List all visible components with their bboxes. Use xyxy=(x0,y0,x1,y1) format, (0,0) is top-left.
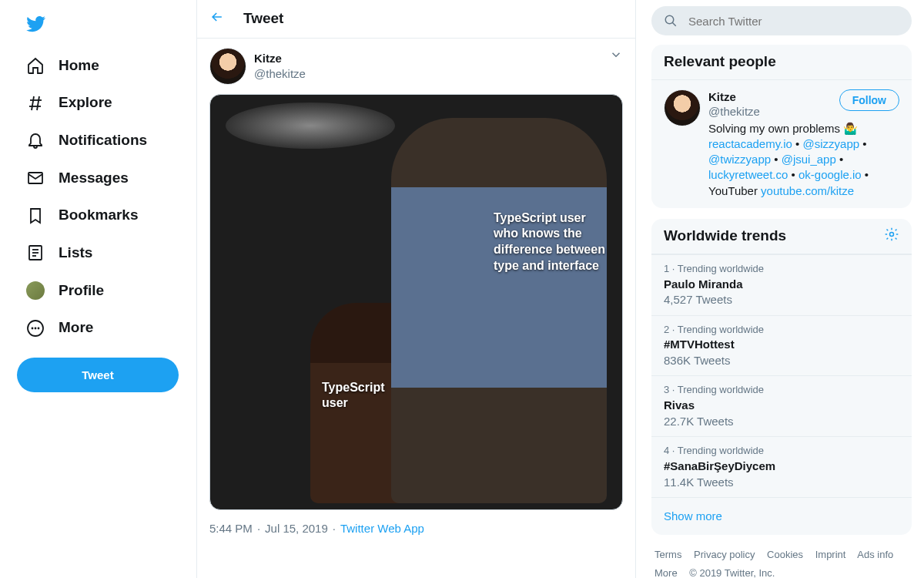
tweet-detail: Kitze @thekitze TypeScript user TypeScri… xyxy=(197,39,635,546)
trend-count: 836K Tweets xyxy=(664,353,899,368)
trend-item[interactable]: 2 · Trending worldwide#MTVHottest836K Tw… xyxy=(651,315,912,376)
bio-link[interactable]: reactacademy.io xyxy=(708,137,792,150)
footer-link[interactable]: Ads info xyxy=(857,549,893,560)
author-name[interactable]: Kitze xyxy=(254,51,306,66)
footer: Terms Privacy policy Cookies Imprint Ads… xyxy=(651,546,912,578)
bio-link[interactable]: ok-google.io xyxy=(798,168,862,181)
bio-link[interactable]: luckyretweet.co xyxy=(708,168,788,181)
tweet-caret-icon[interactable] xyxy=(609,48,623,66)
person-avatar[interactable] xyxy=(664,89,701,126)
author-handle[interactable]: @thekitze xyxy=(254,66,306,82)
bio-link[interactable]: youtube.com/kitze xyxy=(761,184,854,197)
bio-link[interactable]: @sizzyapp xyxy=(803,137,860,150)
nav-label: Notifications xyxy=(59,131,147,150)
svg-line-2 xyxy=(32,96,34,110)
nav-label: Home xyxy=(59,56,99,76)
person-name[interactable]: Kitze xyxy=(708,89,760,105)
trend-context: 2 · Trending worldwide xyxy=(664,324,899,337)
nav-lists[interactable]: Lists xyxy=(17,234,173,272)
person-handle[interactable]: @thekitze xyxy=(708,104,760,119)
back-arrow-icon[interactable] xyxy=(209,9,225,29)
footer-link[interactable]: Imprint xyxy=(815,549,846,560)
tweet-image[interactable]: TypeScript user TypeScript user who know… xyxy=(209,94,623,510)
nav-label: More xyxy=(59,318,93,338)
search-box[interactable] xyxy=(651,6,912,35)
compose-tweet-button[interactable]: Tweet xyxy=(17,358,179,392)
search-icon xyxy=(664,14,678,28)
trend-item[interactable]: 1 · Trending worldwidePaulo Miranda4,527… xyxy=(651,254,912,315)
trend-item[interactable]: 4 · Trending worldwide#SanaBirŞeyDiycem1… xyxy=(651,436,912,497)
show-more-link[interactable]: Show more xyxy=(651,497,912,535)
nav-explore[interactable]: Explore xyxy=(17,84,173,122)
person-bio: Solving my own problems 🤷‍♂️ reactacadem… xyxy=(708,121,899,199)
author-avatar[interactable] xyxy=(209,48,246,85)
twitter-logo-icon[interactable] xyxy=(17,6,173,47)
trend-count: 11.4K Tweets xyxy=(664,475,899,490)
svg-point-10 xyxy=(32,327,34,329)
svg-line-14 xyxy=(672,22,676,26)
footer-link[interactable]: Privacy policy xyxy=(694,549,755,560)
svg-line-3 xyxy=(37,96,39,110)
bio-link[interactable]: @twizzyapp xyxy=(708,153,771,166)
bio-link[interactable]: @jsui_app xyxy=(782,153,836,166)
trend-context: 3 · Trending worldwide xyxy=(664,384,899,397)
relevant-person[interactable]: Kitze @thekitze Follow Solving my own pr… xyxy=(651,80,912,208)
nav-label: Lists xyxy=(59,244,92,263)
nav-label: Explore xyxy=(59,93,112,113)
footer-link[interactable]: Cookies xyxy=(767,549,803,560)
meme-caption-right: TypeScript user who knows the difference… xyxy=(494,210,613,274)
search-input[interactable] xyxy=(688,15,899,28)
footer-link[interactable]: More xyxy=(654,567,680,578)
nav-home[interactable]: Home xyxy=(17,47,173,85)
svg-point-15 xyxy=(890,233,894,237)
tweet-metadata: 5:44 PM· Jul 15, 2019· Twitter Web App xyxy=(209,521,623,536)
svg-point-11 xyxy=(35,327,37,329)
svg-point-13 xyxy=(665,15,674,24)
trends-heading: Worldwide trends xyxy=(664,227,786,246)
relevant-heading: Relevant people xyxy=(664,52,776,72)
nav-profile[interactable]: Profile xyxy=(17,272,173,310)
nav-label: Profile xyxy=(59,281,104,301)
relevant-people-card: Relevant people Kitze @thekitze Follow S… xyxy=(651,45,912,208)
tweet-source[interactable]: Twitter Web App xyxy=(340,521,424,536)
meme-caption-left: TypeScript user xyxy=(322,380,399,412)
page-title: Tweet xyxy=(243,9,283,29)
trends-card: Worldwide trends 1 · Trending worldwideP… xyxy=(651,219,912,535)
tweet-date[interactable]: Jul 15, 2019 xyxy=(265,521,328,536)
settings-gear-icon[interactable] xyxy=(884,227,899,246)
footer-link[interactable]: Terms xyxy=(654,549,681,560)
trend-item[interactable]: 3 · Trending worldwideRivas22.7K Tweets xyxy=(651,375,912,436)
trend-topic: Paulo Miranda xyxy=(664,277,899,292)
nav-label: Bookmarks xyxy=(59,206,139,225)
trend-count: 4,527 Tweets xyxy=(664,292,899,307)
nav-bookmarks[interactable]: Bookmarks xyxy=(17,197,173,234)
svg-point-12 xyxy=(38,327,40,329)
profile-avatar-icon xyxy=(26,281,45,300)
footer-copyright: © 2019 Twitter, Inc. xyxy=(689,567,775,578)
nav-more[interactable]: More xyxy=(17,309,173,347)
trend-topic: #MTVHottest xyxy=(664,337,899,352)
nav-label: Messages xyxy=(59,169,129,188)
trend-context: 4 · Trending worldwide xyxy=(664,445,899,458)
trend-topic: #SanaBirŞeyDiycem xyxy=(664,459,899,474)
tweet-time[interactable]: 5:44 PM xyxy=(209,521,253,536)
trend-context: 1 · Trending worldwide xyxy=(664,263,899,276)
nav-notifications[interactable]: Notifications xyxy=(17,122,173,160)
follow-button[interactable]: Follow xyxy=(839,89,899,111)
trend-topic: Rivas xyxy=(664,398,899,413)
nav-messages[interactable]: Messages xyxy=(17,160,173,197)
trend-count: 22.7K Tweets xyxy=(664,414,899,429)
